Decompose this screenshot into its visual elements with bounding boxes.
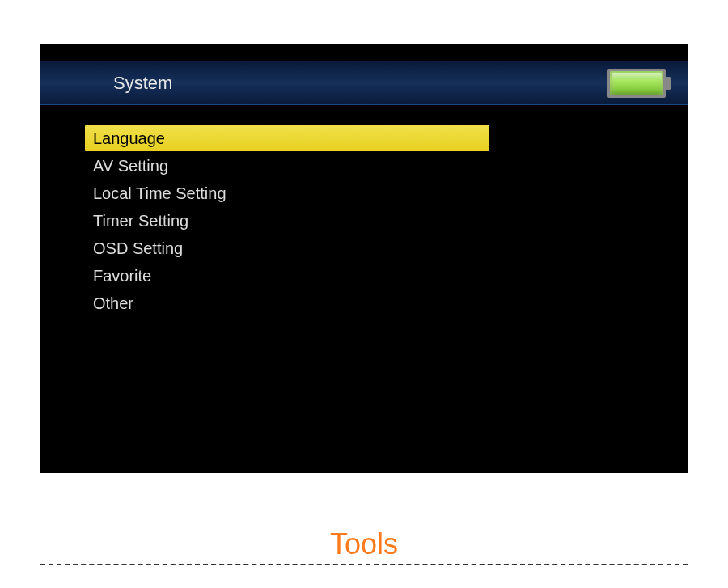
menu-item-label: Language: [93, 129, 165, 148]
menu-item-timer-setting[interactable]: Timer Setting: [85, 208, 489, 234]
menu-list: Language AV Setting Local Time Setting T…: [40, 105, 688, 316]
menu-item-label: Other: [93, 294, 133, 313]
menu-item-label: Favorite: [93, 267, 151, 286]
bottom-section: Tools: [40, 528, 688, 565]
divider: [40, 564, 688, 565]
menu-item-osd-setting[interactable]: OSD Setting: [85, 235, 489, 261]
section-heading: Tools: [330, 528, 398, 561]
battery-icon: [607, 69, 671, 98]
menu-item-other[interactable]: Other: [85, 290, 489, 316]
menu-item-language[interactable]: Language: [85, 125, 489, 151]
menu-item-label: AV Setting: [93, 157, 168, 176]
page-title: System: [113, 73, 172, 94]
menu-item-local-time-setting[interactable]: Local Time Setting: [85, 180, 489, 206]
menu-item-label: Timer Setting: [93, 212, 188, 231]
header-bar: System: [40, 61, 688, 105]
menu-item-favorite[interactable]: Favorite: [85, 263, 489, 289]
menu-item-av-setting[interactable]: AV Setting: [85, 153, 489, 179]
tv-screen: System Language AV Setting Local Time Se…: [40, 44, 688, 473]
menu-item-label: Local Time Setting: [93, 184, 226, 203]
menu-item-label: OSD Setting: [93, 239, 183, 258]
